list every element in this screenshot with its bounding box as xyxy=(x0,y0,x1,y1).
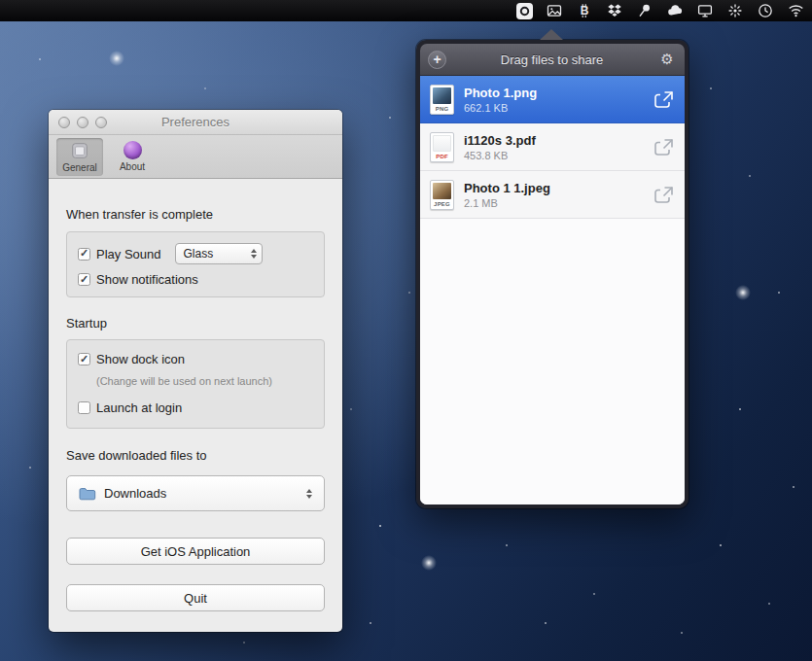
tab-general[interactable]: General xyxy=(56,138,103,176)
play-sound-label: Play Sound xyxy=(96,247,161,261)
menu-bar-status-icons: B xyxy=(515,0,804,21)
file-size: 662.1 KB xyxy=(464,102,537,114)
window-title: Preferences xyxy=(49,110,342,135)
add-file-button[interactable]: + xyxy=(428,51,446,69)
file-name: Photo 1 1.jpeg xyxy=(464,181,550,195)
app-menu-icon[interactable] xyxy=(515,2,533,19)
general-icon xyxy=(70,141,89,160)
file-row[interactable]: PNG Photo 1.png 662.1 KB xyxy=(420,76,685,123)
file-list: PNG Photo 1.png 662.1 KB xyxy=(420,76,685,504)
downloads-dropdown[interactable]: Downloads xyxy=(66,475,325,511)
share-icon[interactable] xyxy=(652,185,675,205)
desktop-wallpaper: B xyxy=(0,0,812,661)
jpeg-file-icon: JPEG xyxy=(430,180,454,210)
cloud-icon[interactable] xyxy=(666,2,684,19)
bitcoin-icon[interactable]: B xyxy=(576,2,593,19)
folder-icon xyxy=(79,487,96,501)
popover-arrow xyxy=(540,29,563,40)
title-bar[interactable]: Preferences xyxy=(49,110,342,135)
launch-at-login-label: Launch at login xyxy=(96,400,182,415)
photos-icon[interactable] xyxy=(546,2,563,19)
display-icon[interactable] xyxy=(696,2,714,19)
tab-general-label: General xyxy=(62,162,97,173)
show-dock-icon-checkbox[interactable]: ✓ xyxy=(78,353,90,365)
quit-button[interactable]: Quit xyxy=(66,584,325,611)
file-name: i1120s 3.pdf xyxy=(464,133,536,148)
transfer-groupbox: ✓ Play Sound Glass ✓ Show notifications xyxy=(66,231,325,297)
popover-header: + Drag files to share ⚙ xyxy=(420,44,685,76)
file-name: Photo 1.png xyxy=(464,86,537,100)
file-row[interactable]: JPEG Photo 1 1.jpeg 2.1 MB xyxy=(420,171,685,219)
file-list-empty-area xyxy=(420,219,685,504)
preferences-window: Preferences General About When transfer … xyxy=(49,110,342,632)
dock-icon-row: ✓ Show dock icon xyxy=(78,352,185,366)
stepper-arrows-icon xyxy=(306,489,312,499)
transfer-heading: When transfer is complete xyxy=(66,207,213,222)
launch-at-login-checkbox[interactable] xyxy=(78,401,90,414)
show-dock-icon-label: Show dock icon xyxy=(96,352,185,366)
startup-groupbox: ✓ Show dock icon (Change will be used on… xyxy=(66,339,325,429)
app-icon xyxy=(516,3,533,19)
show-notifications-label: Show notifications xyxy=(96,272,198,287)
tab-about[interactable]: About xyxy=(109,138,156,176)
gear-icon[interactable]: ⚙ xyxy=(657,51,677,68)
share-icon[interactable] xyxy=(652,137,675,157)
clock-icon[interactable] xyxy=(757,2,774,19)
sound-dropdown[interactable]: Glass xyxy=(175,243,263,264)
bright-star xyxy=(421,555,437,571)
preferences-toolbar: General About xyxy=(49,135,342,179)
show-notifications-checkbox[interactable]: ✓ xyxy=(78,273,90,286)
tab-about-label: About xyxy=(120,161,145,172)
dropbox-icon[interactable] xyxy=(606,2,623,19)
file-row[interactable]: PDF i1120s 3.pdf 453.8 KB xyxy=(420,123,685,171)
png-file-icon: PNG xyxy=(430,85,454,115)
pushpin-icon[interactable] xyxy=(636,2,653,19)
dock-icon-note: (Change will be used on next launch) xyxy=(96,375,272,387)
startup-heading: Startup xyxy=(66,316,107,330)
save-heading: Save downloaded files to xyxy=(66,448,207,463)
svg-text:B: B xyxy=(581,4,589,17)
get-ios-app-button[interactable]: Get iOS Application xyxy=(66,538,325,565)
menu-bar: B xyxy=(0,0,812,21)
share-icon[interactable] xyxy=(652,89,675,110)
file-size: 453.8 KB xyxy=(464,150,536,161)
about-icon xyxy=(124,141,142,159)
play-sound-checkbox[interactable]: ✓ xyxy=(78,248,90,261)
launch-login-row: Launch at login xyxy=(78,400,182,415)
play-sound-row: ✓ Play Sound Glass xyxy=(78,243,263,264)
notifications-row: ✓ Show notifications xyxy=(78,272,198,287)
popover-title: Drag files to share xyxy=(446,52,657,67)
bright-star xyxy=(109,51,124,66)
share-popover: + Drag files to share ⚙ PNG Photo 1.png … xyxy=(416,40,688,508)
downloads-label: Downloads xyxy=(104,486,306,501)
stepper-arrows-icon xyxy=(251,249,257,259)
file-size: 2.1 MB xyxy=(464,197,550,209)
airdrop-icon[interactable] xyxy=(726,2,744,19)
bright-star xyxy=(735,285,751,300)
wifi-icon[interactable] xyxy=(787,2,804,19)
pdf-file-icon: PDF xyxy=(430,132,454,162)
